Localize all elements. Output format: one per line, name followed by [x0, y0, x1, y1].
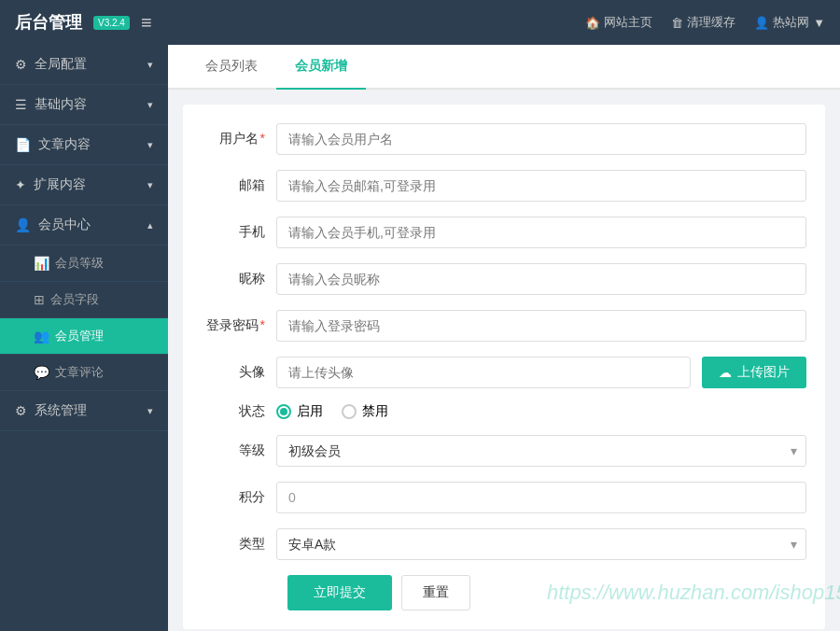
logo-text: 后台管理: [15, 11, 82, 34]
menu-toggle-button[interactable]: ≡: [141, 12, 152, 34]
sidebar-label-member-manage: 会员管理: [55, 328, 104, 344]
group-icon: 👥: [34, 329, 49, 344]
nav-home[interactable]: 🏠 网站主页: [585, 14, 652, 31]
tabs-bar: 会员列表 会员新增: [168, 45, 840, 90]
chevron-right-icon: ▾: [147, 139, 153, 151]
sidebar-label-member-level: 会员等级: [55, 255, 104, 272]
level-select-wrapper: 初级会员 中级会员 高级会员 VIP会员 ▾: [276, 435, 806, 467]
sidebar: ⚙ 全局配置 ▾ ☰ 基础内容 ▾ 📄 文章内容 ▾ ✦ 扩展内容 ▾: [0, 45, 168, 631]
sidebar-label-extend-content: 扩展内容: [34, 176, 86, 193]
sidebar-item-member-manage[interactable]: 👥 会员管理: [0, 318, 168, 355]
sidebar-item-article-comment[interactable]: 💬 文章评论: [0, 355, 168, 391]
top-header: 后台管理 V3.2.4 ≡ 🏠 网站主页 🗑 清理缓存 👤 热站网 ▼: [0, 0, 840, 45]
radio-circle-disable: [342, 404, 357, 419]
label-username: 用户名*: [202, 131, 276, 147]
grid-icon: ⊞: [34, 292, 45, 307]
form-row-username: 用户名*: [202, 123, 806, 155]
form-row-level: 等级 初级会员 中级会员 高级会员 VIP会员 ▾: [202, 435, 806, 467]
select-level[interactable]: 初级会员 中级会员 高级会员 VIP会员: [276, 435, 806, 467]
form-row-email: 邮箱: [202, 170, 806, 202]
main-content: 会员列表 会员新增 用户名* 邮箱: [168, 45, 840, 631]
comment-icon: 💬: [34, 365, 49, 380]
input-password[interactable]: [276, 310, 806, 342]
tab-member-list[interactable]: 会员列表: [187, 45, 276, 90]
sidebar-item-global-config[interactable]: ⚙ 全局配置 ▾: [0, 45, 168, 85]
input-nickname[interactable]: [276, 263, 806, 295]
label-password: 登录密码*: [202, 317, 276, 334]
type-select-wrapper: 安卓A款 苹果款 安卓B款 ▾: [276, 528, 806, 560]
form-row-phone: 手机: [202, 217, 806, 248]
select-type[interactable]: 安卓A款 苹果款 安卓B款: [276, 528, 806, 560]
chevron-up-icon: ▴: [147, 219, 153, 231]
form-row-status: 状态 启用 禁用: [202, 403, 806, 420]
tab-member-add[interactable]: 会员新增: [276, 45, 366, 90]
label-level: 等级: [202, 442, 276, 459]
header-left: 后台管理 V3.2.4 ≡: [15, 11, 152, 34]
document-icon: 📄: [15, 137, 31, 152]
form-actions: 立即提交 重置: [287, 575, 806, 610]
input-avatar-path[interactable]: [276, 357, 691, 388]
input-username[interactable]: [276, 123, 806, 155]
label-nickname: 昵称: [202, 271, 276, 287]
chevron-right-icon: ▾: [147, 405, 153, 417]
sidebar-label-member-fields: 会员字段: [50, 291, 99, 308]
label-phone: 手机: [202, 224, 276, 241]
label-type: 类型: [202, 536, 276, 553]
form-row-password: 登录密码*: [202, 310, 806, 342]
label-score: 积分: [202, 489, 276, 506]
gear-icon: ⚙: [15, 403, 27, 418]
settings-icon: ⚙: [15, 57, 27, 72]
user-icon: 👤: [15, 217, 31, 232]
reset-button[interactable]: 重置: [401, 575, 470, 610]
sidebar-label-article-comment: 文章评论: [55, 364, 104, 381]
nav-hotsite[interactable]: 👤 热站网 ▼: [754, 14, 825, 31]
radio-circle-enable: [276, 404, 291, 419]
version-badge: V3.2.4: [93, 16, 130, 30]
input-score[interactable]: [276, 482, 806, 513]
input-email[interactable]: [276, 170, 806, 202]
extend-icon: ✦: [15, 177, 26, 192]
upload-image-button[interactable]: ☁ 上传图片: [702, 357, 806, 388]
sidebar-item-member-fields[interactable]: ⊞ 会员字段: [0, 282, 168, 318]
chevron-right-icon: ▾: [147, 179, 153, 191]
label-email: 邮箱: [202, 177, 276, 194]
form-row-score: 积分: [202, 482, 806, 513]
radio-enable[interactable]: 启用: [276, 403, 323, 420]
form-row-type: 类型 安卓A款 苹果款 安卓B款 ▾: [202, 528, 806, 560]
nav-clear-cache[interactable]: 🗑 清理缓存: [671, 14, 735, 31]
sidebar-item-article-content[interactable]: 📄 文章内容 ▾: [0, 125, 168, 165]
list-icon: ☰: [15, 97, 27, 112]
status-radio-group: 启用 禁用: [276, 403, 388, 420]
form-row-avatar: 头像 ☁ 上传图片: [202, 357, 806, 388]
label-status: 状态: [202, 403, 276, 420]
cloud-upload-icon: ☁: [719, 365, 732, 380]
chart-icon: 📊: [34, 256, 49, 271]
layout: ⚙ 全局配置 ▾ ☰ 基础内容 ▾ 📄 文章内容 ▾ ✦ 扩展内容 ▾: [0, 45, 840, 631]
chevron-right-icon: ▾: [147, 59, 153, 71]
sidebar-item-extend-content[interactable]: ✦ 扩展内容 ▾: [0, 165, 168, 205]
radio-disable[interactable]: 禁用: [342, 403, 388, 420]
sidebar-item-member-center[interactable]: 👤 会员中心 ▴: [0, 205, 168, 245]
sidebar-item-member-level[interactable]: 📊 会员等级: [0, 245, 168, 282]
sidebar-label-article-content: 文章内容: [38, 136, 91, 153]
header-right: 🏠 网站主页 🗑 清理缓存 👤 热站网 ▼: [585, 14, 825, 31]
sidebar-label-member-center: 会员中心: [38, 217, 91, 233]
submit-button[interactable]: 立即提交: [287, 575, 392, 610]
label-avatar: 头像: [202, 364, 276, 381]
sidebar-item-system-manage[interactable]: ⚙ 系统管理 ▾: [0, 391, 168, 431]
member-add-form: 用户名* 邮箱 手机 昵称: [183, 105, 825, 629]
sidebar-label-basic-content: 基础内容: [35, 96, 87, 113]
avatar-input-group: ☁ 上传图片: [276, 357, 806, 388]
chevron-right-icon: ▾: [147, 99, 153, 111]
form-row-nickname: 昵称: [202, 263, 806, 295]
sidebar-item-basic-content[interactable]: ☰ 基础内容 ▾: [0, 85, 168, 125]
sidebar-label-system-manage: 系统管理: [35, 402, 87, 419]
radio-label-disable: 禁用: [362, 403, 388, 420]
radio-label-enable: 启用: [297, 403, 323, 420]
input-phone[interactable]: [276, 217, 806, 248]
sidebar-label-global-config: 全局配置: [35, 56, 87, 73]
